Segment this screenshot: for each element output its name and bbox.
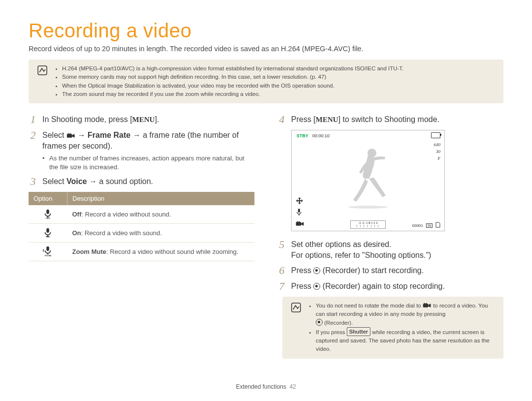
text: ] to switch to Shooting mode.: [338, 115, 439, 123]
counter-label: 00001: [412, 223, 423, 228]
step-number: 6: [277, 265, 286, 276]
mic-icon: [296, 208, 303, 218]
text: Set other options as desired.: [291, 240, 392, 248]
svg-rect-21: [423, 304, 429, 308]
page-title: Recording a video: [29, 20, 503, 42]
page-number: 42: [290, 383, 296, 390]
table-row: OFF Off: Record a video without sound.: [29, 205, 255, 224]
resolution-label: 640: [434, 141, 441, 148]
svg-rect-10: [47, 247, 50, 251]
svg-rect-1: [67, 134, 72, 138]
fps-label: 30: [434, 148, 441, 155]
note-item: H.264 (MPEG-4 part10/AVC) is a high-comp…: [62, 64, 403, 73]
table-row: On: Record a video with sound.: [29, 224, 255, 243]
menu-label: MENU: [316, 116, 338, 123]
option-icon-cell: [29, 224, 67, 243]
note-item: When the Optical Image Stabilization is …: [62, 82, 403, 90]
note-item: The zoom sound may be recorded if you us…: [62, 90, 403, 98]
svg-rect-7: [47, 228, 50, 233]
left-column: 1 In Shooting mode, press [MENU]. 2 Sele…: [29, 114, 255, 370]
camera-preview: STBY 00:00:10 640 30 F: [291, 130, 445, 231]
shutter-button-label: Shutter: [347, 327, 371, 337]
svg-point-2: [67, 133, 69, 135]
camcorder-icon: [66, 131, 75, 138]
step-4: 4 Press [MENU] to switch to Shooting mod…: [277, 114, 503, 125]
step-6: 6 Press (Recorder) to start recording.: [277, 265, 503, 276]
text: In Shooting mode, press [: [42, 115, 132, 123]
skater-illustration: [338, 143, 398, 214]
step-7: 7 Press (Recorder) again to stop recordi…: [277, 281, 503, 292]
mic-zoom-mute-icon: ZOOM: [42, 246, 53, 256]
svg-point-22: [424, 303, 425, 305]
step-2: 2 Select → Frame Rate → a frame rate (th…: [29, 130, 255, 171]
text: Press [: [291, 115, 316, 123]
note-box-bottom: You do not need to rotate the mode dial …: [282, 297, 503, 359]
option-desc: Zoom Mute: Record a video without sound …: [67, 243, 255, 261]
stby-label: STBY: [297, 133, 308, 138]
step-3: 3 Select Voice → a sound option.: [29, 176, 255, 187]
svg-point-19: [348, 206, 388, 209]
options-table: Option Description OFF Off: Record a vid…: [29, 192, 255, 261]
arrow: →: [77, 131, 87, 139]
bottom-indicators: 00001 IN: [292, 222, 444, 229]
step-number: 5: [277, 239, 286, 250]
step-number: 4: [277, 114, 286, 125]
note-list: You do not need to rotate the mode dial …: [308, 302, 496, 354]
note-list: H.264 (MPEG-4 part10/AVC) is a high-comp…: [54, 64, 403, 98]
svg-rect-0: [38, 66, 47, 75]
option-icon-cell: ZOOM: [29, 243, 67, 261]
right-column: 4 Press [MENU] to switch to Shooting mod…: [277, 114, 503, 370]
step-number: 1: [29, 114, 37, 125]
note-item: Some memory cards may not support high d…: [62, 73, 403, 81]
option-desc: On: Record a video with sound.: [67, 224, 255, 243]
intro-text: Record videos of up to 20 minutes in len…: [29, 45, 503, 53]
step-number: 7: [277, 281, 286, 292]
footer-section: Extended functions: [236, 383, 286, 390]
step-body: Select → Frame Rate → a frame rate (the …: [42, 130, 255, 171]
svg-rect-20: [292, 303, 300, 312]
record-button-icon: [313, 283, 320, 290]
svg-text:OFF: OFF: [46, 217, 50, 219]
svg-point-3: [69, 133, 71, 135]
step-body: Set other options as desired. For option…: [291, 239, 503, 260]
text: Press: [291, 266, 313, 275]
content-columns: 1 In Shooting mode, press [MENU]. 2 Sele…: [29, 114, 503, 370]
storage-label: IN: [426, 223, 432, 228]
flash-label: F: [434, 155, 441, 162]
step-body: Press (Recorder) again to stop recording…: [291, 281, 503, 292]
text: (Recorder) to start recording.: [323, 266, 424, 275]
manual-page: Recording a video Record videos of up to…: [0, 0, 532, 400]
record-button-icon: [313, 267, 320, 274]
step-body: Press [MENU] to switch to Shooting mode.: [291, 114, 503, 125]
step-body: Press (Recorder) to start recording.: [291, 265, 503, 276]
mic-on-icon: [42, 227, 53, 238]
step-5: 5 Set other options as desired. For opti…: [277, 239, 503, 260]
step-number: 3: [29, 176, 37, 187]
option-desc: Off: Record a video without sound.: [67, 205, 255, 224]
step-sub: As the number of frames increases, actio…: [42, 154, 255, 171]
text: (Recorder) again to stop recording.: [323, 282, 445, 290]
th-option: Option: [29, 192, 67, 205]
step-body: In Shooting mode, press [MENU].: [42, 114, 255, 125]
bold-text: Frame Rate: [88, 131, 131, 139]
svg-text:ZOOM: ZOOM: [44, 255, 51, 256]
text: Select: [42, 177, 66, 185]
text: For options, refer to "Shooting options.…: [291, 251, 431, 259]
battery-icon: [431, 132, 440, 138]
text: ].: [155, 115, 159, 123]
right-indicators: 640 30 F: [434, 141, 441, 162]
left-indicators: [296, 196, 303, 220]
step-1: 1 In Shooting mode, press [MENU].: [29, 114, 255, 125]
svg-rect-4: [47, 210, 50, 214]
step-body: Select Voice → a sound option.: [42, 176, 255, 187]
th-description: Description: [67, 192, 255, 205]
svg-point-23: [426, 303, 427, 305]
timer-label: 00:00:10: [312, 133, 330, 138]
text: → a sound option.: [87, 177, 153, 185]
text: Select: [42, 131, 66, 139]
svg-rect-13: [298, 209, 300, 213]
ois-icon: [296, 196, 303, 206]
note-icon: [37, 65, 47, 75]
card-icon: [435, 222, 440, 229]
camcorder-icon: [423, 302, 432, 309]
